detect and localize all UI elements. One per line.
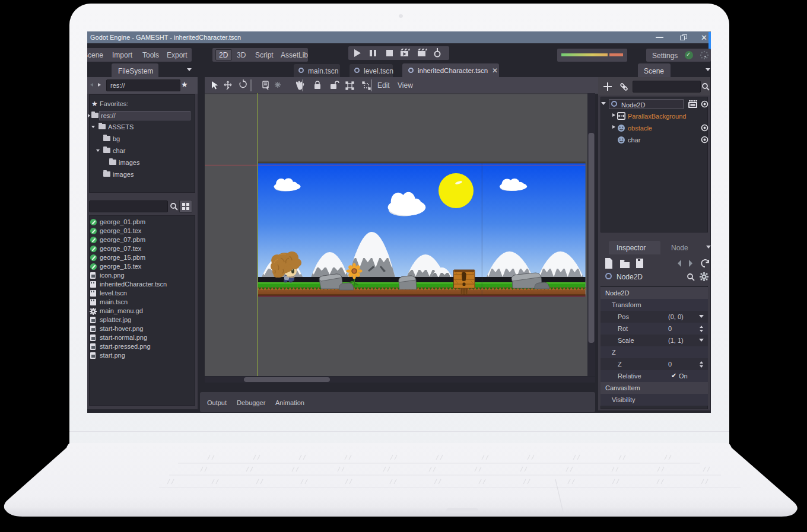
svg-text:View: View	[398, 81, 413, 90]
svg-text:Edit: Edit	[377, 81, 390, 90]
